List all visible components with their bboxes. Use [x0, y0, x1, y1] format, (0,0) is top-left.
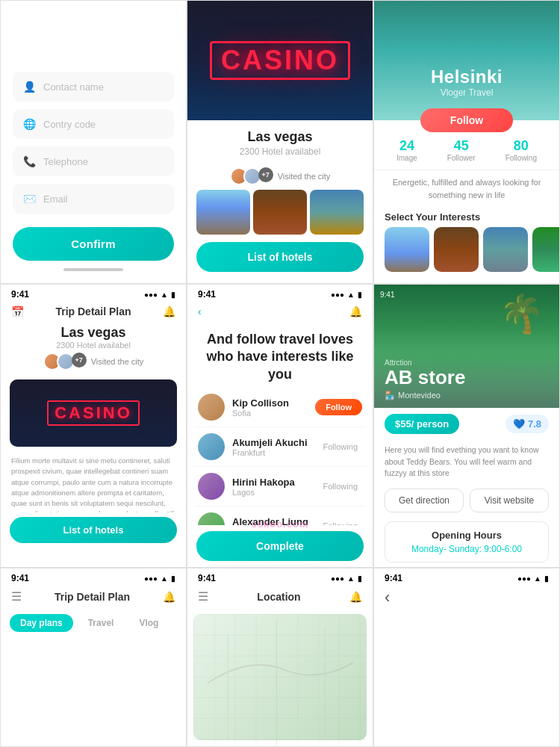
follow-button[interactable]: Follow [420, 108, 513, 132]
location-time: 9:41 [198, 573, 216, 583]
interest-image-1[interactable] [385, 227, 429, 272]
back-signal-icon: ●●● [517, 574, 531, 583]
telephone-field[interactable]: 📞 Telephone [13, 146, 174, 176]
palm-icon: 🌴 [498, 292, 544, 335]
interest-image-2[interactable] [434, 227, 479, 272]
store-status-time: 9:41 [380, 291, 394, 299]
confirm-button[interactable]: Confirm [13, 227, 174, 261]
follow-header: ‹ 🔔 [187, 301, 373, 322]
trip-list-hotels-button[interactable]: List of hotels [10, 517, 177, 543]
heart-icon: 💙 [513, 418, 525, 430]
contact-name-field[interactable]: 👤 Contact name [13, 72, 174, 102]
interest-image-4[interactable] [532, 227, 559, 272]
image-label: Image [396, 154, 417, 162]
phone-icon: 📞 [23, 155, 36, 167]
list-hotels-button[interactable]: List of hotels [196, 242, 364, 272]
back-navigation[interactable]: ‹ [374, 585, 559, 610]
complete-button[interactable]: Complete [196, 531, 364, 561]
tab-travel[interactable]: Travel [78, 614, 125, 632]
stat-follower: 45 Follower [447, 138, 476, 162]
stat-following: 80 Following [505, 138, 537, 162]
location-map-cell: 9:41 ●●● ▲ ▮ ☰ Location 🔔 [187, 568, 373, 747]
location-header: ☰ Location 🔔 [187, 585, 373, 608]
city-name: Las vegas [199, 129, 361, 145]
interests-row [374, 227, 559, 272]
trip-detail-bottom-cell: 9:41 ●●● ▲ ▮ ☰ Trip Detail Plan 🔔 Day pl… [0, 568, 187, 747]
location-status-bar: 9:41 ●●● ▲ ▮ [187, 568, 373, 585]
trip-city-name: Las vegas [1, 322, 186, 341]
trip-visited-label: Visited the city [91, 357, 144, 366]
visited-label: Visited the city [278, 172, 331, 181]
interests-section-title: Select Your Interests [374, 207, 559, 227]
trip-bottom-title: Trip Detail Plan [22, 591, 163, 603]
store-hero-image: 🌴 9:41 Attrction AB store 🏪 Montevideo [374, 285, 559, 408]
person-name-1: Kip Collison [232, 397, 308, 409]
list-item: Akumjeli Akuchi Frankfurt Following [195, 427, 365, 467]
back-chevron-left-icon[interactable]: ‹ [385, 588, 390, 607]
trip-bottom-wifi-icon: ▲ [161, 574, 168, 583]
profile-hero: Helsinki Vloger Travel Follow [374, 1, 559, 120]
casino-text-small: CASINO [47, 400, 140, 426]
email-icon: ✉️ [23, 193, 36, 205]
gallery-image-3 [310, 190, 364, 235]
follow-interests-cell: 9:41 ●●● ▲ ▮ ‹ 🔔 And follow travel loves… [187, 284, 373, 568]
las-vegas-hotel-cell: CASINO Las vegas 2300 Hotel availabel +7… [187, 0, 373, 284]
back-status-bar: 9:41 ●●● ▲ ▮ [374, 568, 559, 585]
store-description: Here you will find evething you want to … [374, 440, 559, 484]
wifi-icon: ▲ [161, 291, 168, 299]
trip-visitors: +7 Visited the city [1, 353, 186, 371]
follow-status-icons: ●●● ▲ ▮ [331, 291, 362, 299]
stat-image: 24 Image [396, 138, 417, 162]
email-field[interactable]: ✉️ Email [13, 184, 174, 214]
location-status-icons: ●●● ▲ ▮ [331, 574, 362, 583]
store-overlay: Attrction AB store 🏪 Montevideo [374, 351, 559, 408]
tab-vlog[interactable]: Vlog [128, 614, 169, 632]
trip-bottom-header: ☰ Trip Detail Plan 🔔 [1, 585, 186, 608]
following-count: 80 [505, 138, 537, 154]
follower-count: 45 [447, 138, 476, 154]
trip-visitor-count: +7 [72, 353, 87, 368]
back-chevron-icon[interactable]: ‹ [198, 306, 202, 317]
following-label-3: Following [319, 478, 362, 495]
tab-day-plans[interactable]: Day plans [10, 614, 73, 632]
person-list: Kip Collison Sofia Follow Akumjeli Akuch… [187, 388, 373, 525]
person-avatar-2 [198, 433, 225, 460]
back-wifi-icon: ▲ [534, 574, 541, 583]
person-avatar-3 [198, 473, 225, 500]
store-location-text: Montevideo [398, 391, 441, 400]
map-grid-svg [193, 614, 367, 747]
country-code-field[interactable]: 🌐 Contry code [13, 109, 174, 139]
back-status-time: 9:41 [385, 573, 402, 583]
menu-icon[interactable]: ☰ [11, 589, 22, 604]
person-name-3: Hirini Hakopa [232, 477, 311, 488]
list-item: Kip Collison Sofia Follow [195, 388, 365, 427]
get-direction-button[interactable]: Get direction [385, 489, 464, 512]
casino-hero-image: CASINO [187, 1, 373, 120]
follow-status-time: 9:41 [198, 289, 216, 300]
follow-person-1-button[interactable]: Follow [315, 399, 362, 415]
location-menu-icon[interactable]: ☰ [198, 589, 208, 604]
follow-battery-icon: ▮ [358, 291, 362, 299]
interest-image-3[interactable] [483, 227, 528, 272]
gallery-image-2 [253, 190, 307, 235]
location-battery-icon: ▮ [358, 574, 362, 583]
person-info-1: Kip Collison Sofia [232, 397, 308, 418]
trip-bottom-time: 9:41 [11, 573, 29, 583]
gallery-image-1 [196, 190, 250, 235]
bottom-tabs-row: Day plans Travel Vlog [1, 608, 186, 632]
map-view[interactable] [193, 614, 367, 740]
follow-signal-icon: ●●● [331, 291, 344, 299]
person-info-3: Hirini Hakopa Lagos [232, 477, 311, 497]
gallery-row [187, 190, 373, 235]
person-avatar-1 [198, 394, 225, 421]
bell-icon: 🔔 [163, 306, 175, 317]
contact-form-cell: 👤 Contact name 🌐 Contry code 📞 Telephone… [0, 0, 187, 284]
visitor-count: +7 [258, 167, 273, 182]
globe-icon: 🌐 [23, 118, 36, 130]
signal-icon: ●●● [144, 291, 158, 299]
person-name-2: Akumjeli Akuchi [232, 437, 311, 448]
following-label-2: Following [319, 438, 362, 455]
back-battery-icon: ▮ [544, 574, 549, 583]
person-avatar-4 [198, 512, 225, 525]
visit-website-button[interactable]: Visit website [470, 489, 549, 512]
